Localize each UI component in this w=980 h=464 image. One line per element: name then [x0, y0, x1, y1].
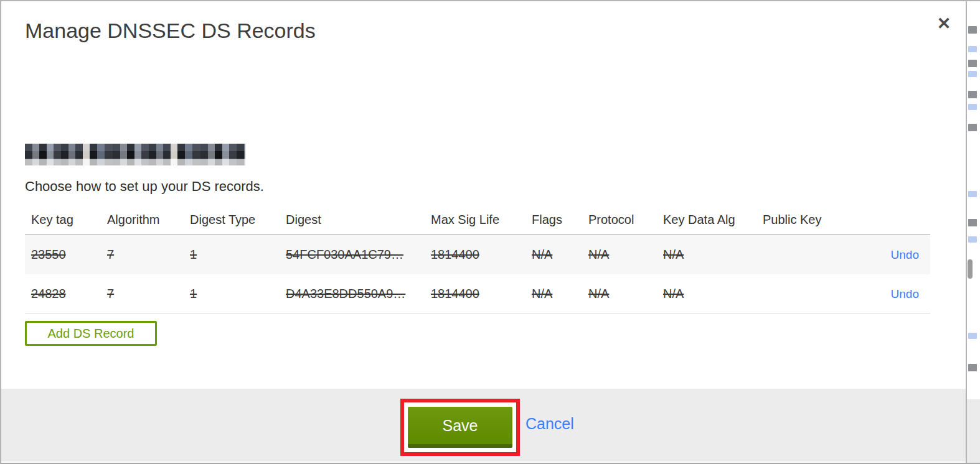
table-row: 23550 7 1 54FCF030AA1C79… 1814400 N/A N/… — [25, 234, 930, 274]
cell-protocol: N/A — [582, 248, 657, 262]
page-behind-footer-area — [967, 399, 980, 464]
column-header-digest: Digest — [280, 213, 425, 227]
cutoff-link-fragment — [968, 71, 977, 77]
red-highlight-annotation: Save — [400, 399, 520, 456]
screenshot-root: Manage DNSSEC DS Records ✕ Choose how to… — [0, 0, 980, 464]
cutoff-text-fragment — [968, 364, 977, 371]
cell-max-sig-life: 1814400 — [425, 287, 525, 301]
cell-digest-type: 1 — [184, 248, 280, 262]
cutoff-text-fragment — [968, 60, 977, 67]
cell-algorithm: 7 — [101, 287, 184, 301]
cell-digest: 54FCF030AA1C79… — [280, 248, 425, 262]
save-button[interactable]: Save — [408, 407, 512, 448]
table-header-row: Key tag Algorithm Digest Type Digest Max… — [25, 206, 930, 234]
cell-flags: N/A — [525, 287, 582, 301]
ds-records-table: Key tag Algorithm Digest Type Digest Max… — [25, 206, 930, 313]
cell-digest-type: 1 — [184, 287, 280, 301]
cell-algorithm: 7 — [101, 248, 184, 262]
cancel-link[interactable]: Cancel — [525, 415, 574, 433]
page-title: Manage DNSSEC DS Records — [25, 19, 316, 43]
column-header-max-sig-life: Max Sig Life — [425, 213, 525, 227]
page-behind-modal-strip — [967, 1, 980, 464]
manage-dnssec-dialog: Manage DNSSEC DS Records ✕ Choose how to… — [1, 1, 967, 463]
cutoff-text-fragment — [968, 91, 977, 98]
cutoff-link-fragment — [968, 236, 977, 243]
cell-key-tag: 23550 — [25, 248, 101, 262]
cell-protocol: N/A — [582, 287, 657, 301]
scrollbar-thumb[interactable] — [968, 259, 973, 279]
cell-actions: Undo — [863, 248, 930, 262]
column-header-flags: Flags — [525, 213, 582, 227]
redacted-domain-name — [25, 144, 245, 165]
undo-link[interactable]: Undo — [891, 248, 919, 261]
cell-key-data-alg: N/A — [657, 287, 756, 301]
column-header-protocol: Protocol — [582, 213, 657, 227]
cell-max-sig-life: 1814400 — [425, 248, 525, 262]
cutoff-link-fragment — [968, 104, 977, 110]
add-ds-record-button[interactable]: Add DS Record — [25, 321, 157, 346]
cutoff-text-fragment — [968, 26, 977, 34]
undo-link[interactable]: Undo — [891, 287, 919, 300]
cell-digest: D4A33E8DD550A9… — [280, 287, 425, 301]
column-header-public-key: Public Key — [756, 213, 863, 227]
column-header-key-data-alg: Key Data Alg — [657, 213, 756, 227]
cutoff-link-fragment — [968, 46, 977, 52]
close-icon[interactable]: ✕ — [933, 12, 955, 35]
cell-key-tag: 24828 — [25, 287, 101, 301]
cell-actions: Undo — [863, 287, 930, 301]
column-header-algorithm: Algorithm — [101, 213, 184, 227]
table-row: 24828 7 1 D4A33E8DD550A9… 1814400 N/A N/… — [25, 274, 930, 313]
cutoff-text-fragment — [968, 219, 977, 226]
instruction-text: Choose how to set up your DS records. — [25, 179, 264, 195]
column-header-key-tag: Key tag — [25, 213, 101, 227]
cutoff-link-fragment — [968, 333, 977, 339]
column-header-digest-type: Digest Type — [184, 213, 280, 227]
cutoff-link-fragment — [968, 191, 977, 197]
dialog-footer: Save Cancel — [1, 389, 966, 462]
cell-key-data-alg: N/A — [657, 248, 756, 262]
cutoff-text-fragment — [968, 124, 977, 131]
cell-flags: N/A — [525, 248, 582, 262]
